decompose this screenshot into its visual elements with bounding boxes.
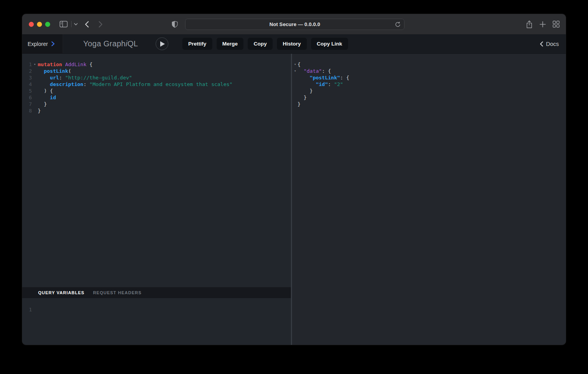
page-title: Yoga GraphiQL <box>83 39 138 48</box>
fold-arrow-icon[interactable]: ▾ <box>293 61 298 68</box>
fold-spacer <box>293 81 298 88</box>
fold-spacer <box>32 107 38 114</box>
prettify-button[interactable]: Prettify <box>182 38 212 50</box>
fold-spacer <box>32 101 38 107</box>
code-text: url: "http://the-guild.dev" <box>38 74 132 81</box>
line-number: 1 <box>22 61 32 68</box>
execute-query-button[interactable] <box>156 37 168 50</box>
tab-request-headers[interactable]: REQUEST HEADERS <box>93 290 142 295</box>
sidebar-options-chevron-icon[interactable] <box>74 14 78 34</box>
play-icon <box>160 41 165 47</box>
query-editor[interactable]: 1▾mutation AddLink {2 postLink(3 url: "h… <box>22 54 291 287</box>
line-number: 1 <box>22 306 32 313</box>
explorer-panel-toggle[interactable]: Explorer <box>22 34 63 53</box>
line-number: 6 <box>22 94 32 101</box>
browser-titlebar: Not Secure — 0.0.0.0 <box>22 14 566 34</box>
graphiql-toolbar: Explorer Yoga GraphiQL Prettify Merge Co… <box>22 34 566 54</box>
back-icon[interactable] <box>85 14 89 34</box>
fold-spacer <box>293 94 298 101</box>
code-text: } <box>38 101 47 107</box>
forward-icon[interactable] <box>98 14 103 34</box>
code-text: "postLink": { <box>298 74 349 81</box>
code-text: "data": { <box>298 68 331 74</box>
code-text: { <box>298 61 301 68</box>
fold-spacer <box>293 74 298 81</box>
code-line: ▾ "data": { <box>292 68 566 74</box>
line-number: 8 <box>22 107 32 114</box>
code-text: mutation AddLink { <box>38 61 93 68</box>
code-text: } <box>298 94 306 101</box>
fold-spacer <box>32 74 38 81</box>
sidebar-toggle-icon[interactable] <box>60 14 68 34</box>
tab-query-variables[interactable]: QUERY VARIABLES <box>38 290 84 295</box>
code-line: ▾{ <box>292 61 566 68</box>
privacy-shield-icon[interactable] <box>172 14 178 34</box>
toolbar-separator <box>71 21 72 27</box>
response-viewer[interactable]: ▾{▾ "data": { "postLink": { "id": "2" } … <box>292 54 566 345</box>
docs-label: Docs <box>546 41 559 47</box>
fold-arrow-icon[interactable]: ▾ <box>293 68 298 74</box>
code-line: 3 url: "http://the-guild.dev" <box>22 74 291 81</box>
tab-overview-icon[interactable] <box>553 21 560 28</box>
code-text: "id": "2" <box>298 81 343 88</box>
code-line: 2 postLink( <box>22 68 291 74</box>
code-line: 1▾mutation AddLink { <box>22 61 291 68</box>
browser-window: Not Secure — 0.0.0.0 <box>22 14 566 345</box>
code-text: postLink( <box>38 68 71 74</box>
code-line: 8} <box>22 107 291 114</box>
code-line: 7 } <box>22 101 291 107</box>
history-button[interactable]: History <box>277 38 307 50</box>
chevron-left-icon <box>540 41 543 47</box>
query-variables-editor[interactable]: 1 <box>22 298 291 345</box>
minimize-window-button[interactable] <box>37 22 42 27</box>
code-line: "postLink": { <box>292 74 566 81</box>
code-text: ) { <box>38 88 53 94</box>
code-text: id <box>38 94 56 101</box>
close-window-button[interactable] <box>29 22 34 27</box>
code-line: "id": "2" <box>292 81 566 88</box>
code-line: 4 description: "Modern API Platform and … <box>22 81 291 88</box>
fold-arrow-icon[interactable]: ▾ <box>32 61 38 68</box>
docs-panel-toggle[interactable]: Docs <box>540 41 559 47</box>
line-number: 3 <box>22 74 32 81</box>
graphiql-content: 1▾mutation AddLink {2 postLink(3 url: "h… <box>22 54 566 345</box>
secondary-editor-tabs: QUERY VARIABLES REQUEST HEADERS <box>22 287 291 298</box>
code-line: 5 ) { <box>22 88 291 94</box>
zoom-window-button[interactable] <box>45 22 50 27</box>
line-number: 7 <box>22 101 32 107</box>
fold-spacer <box>293 101 298 107</box>
reload-icon[interactable] <box>395 21 401 29</box>
share-icon[interactable] <box>526 20 533 28</box>
fold-spacer <box>293 88 298 94</box>
code-text: } <box>298 88 313 94</box>
fold-spacer <box>32 68 38 74</box>
code-line: } <box>292 94 566 101</box>
explorer-label: Explorer <box>28 41 48 47</box>
merge-button[interactable]: Merge <box>217 38 244 50</box>
code-text: } <box>298 101 301 107</box>
address-bar-text: Not Secure — 0.0.0.0 <box>270 21 320 27</box>
code-line: 6 id <box>22 94 291 101</box>
toolbar-buttons: Prettify Merge Copy History Copy Link <box>182 38 348 50</box>
code-text: } <box>38 107 41 114</box>
address-bar[interactable]: Not Secure — 0.0.0.0 <box>185 19 404 30</box>
fold-spacer <box>32 81 38 88</box>
code-line: } <box>292 101 566 107</box>
chevron-right-icon <box>51 41 55 46</box>
copy-button[interactable]: Copy <box>248 38 273 50</box>
line-number: 4 <box>22 81 32 88</box>
line-number: 5 <box>22 88 32 94</box>
fold-spacer <box>32 94 38 101</box>
line-number: 2 <box>22 68 32 74</box>
code-text: description: "Modern API Platform and ec… <box>38 81 233 88</box>
copy-link-button[interactable]: Copy Link <box>311 38 348 50</box>
code-line: } <box>292 88 566 94</box>
new-tab-icon[interactable] <box>539 21 546 28</box>
fold-spacer <box>32 88 38 94</box>
left-pane: 1▾mutation AddLink {2 postLink(3 url: "h… <box>22 54 291 345</box>
